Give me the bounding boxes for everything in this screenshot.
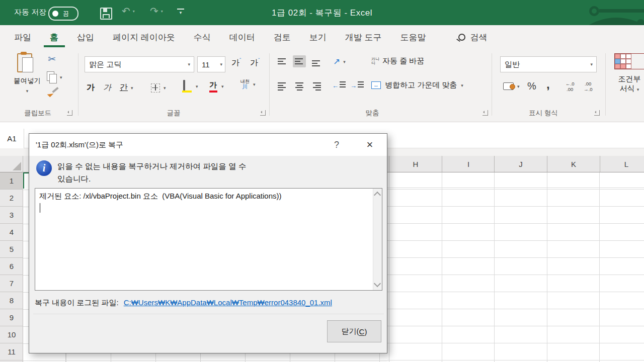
accounting-format-button[interactable]: ▾ (503, 82, 520, 90)
phonetic-icon: 내천 川 (240, 79, 250, 89)
orientation-caret-icon: ▾ (343, 59, 346, 64)
clipboard-group-label: 클립보드 (10, 109, 65, 118)
shrink-font-icon: 가 (250, 58, 258, 67)
conditional-formatting-label-2: 서식 ▾ (614, 84, 644, 94)
bottom-align-button[interactable] (312, 58, 321, 66)
font-dialog-launcher[interactable] (260, 110, 266, 116)
column-header-h[interactable]: H (389, 156, 442, 172)
dialog-help-button[interactable]: ? (326, 134, 348, 156)
close-button[interactable]: 닫기(C) (327, 320, 381, 342)
increase-indent-icon: → (350, 82, 357, 89)
tab-formulas[interactable]: 수식 (194, 25, 211, 49)
underline-button[interactable]: 간 ▾ (120, 82, 133, 93)
number-format-combo[interactable]: 일반 ▾ (500, 56, 597, 72)
increase-indent-button[interactable]: → (350, 81, 364, 89)
font-color-button[interactable]: 가 ▾ (209, 80, 224, 93)
align-right-button[interactable] (312, 82, 321, 90)
conditional-formatting-button[interactable]: 조건부 서식 ▾ (614, 53, 644, 94)
tab-review[interactable]: 검토 (274, 25, 291, 49)
italic-button[interactable]: 가 (103, 82, 111, 93)
removed-items-listbox[interactable]: 제거된 요소: /xl/vbaProject.bin 요소 (VBA(Visua… (35, 188, 382, 291)
phonetic-button[interactable]: 내천 川 ▾ (240, 79, 256, 89)
tab-data[interactable]: 데이터 (229, 25, 255, 49)
orientation-button[interactable]: ↗ ▾ (333, 56, 346, 67)
clipboard-dialog-launcher[interactable] (67, 110, 72, 116)
number-format-value: 일반 (501, 60, 590, 69)
merge-center-button[interactable]: ↔ 병합하고 가운데 맞춤 ▾ (371, 80, 463, 90)
increase-font-size-button[interactable]: 가ˆ (231, 58, 241, 68)
scroll-up-icon[interactable] (374, 192, 381, 199)
row-header-3[interactable]: 3 (0, 207, 23, 224)
column-header-k[interactable]: K (547, 156, 600, 172)
font-name-combo[interactable]: 맑은 고딕 ▾ (85, 56, 194, 72)
name-box[interactable]: A1 (0, 129, 24, 148)
dialog-close-icon[interactable]: × (359, 134, 381, 156)
tab-help[interactable]: 도움말 (400, 25, 426, 49)
tab-file[interactable]: 파일 (14, 25, 31, 49)
log-file-link[interactable]: C:₩Users₩K₩AppData₩Local₩Temp₩error04384… (124, 298, 332, 308)
row-header-4[interactable]: 4 (0, 224, 23, 241)
tab-developer[interactable]: 개발 도구 (345, 25, 382, 49)
fill-color-button[interactable]: ▾ (182, 80, 198, 93)
scroll-down-icon[interactable] (374, 280, 381, 287)
tab-home[interactable]: 홈 (50, 25, 58, 49)
percent-style-button[interactable]: % (527, 80, 536, 92)
tab-page-layout[interactable]: 페이지 레이아웃 (113, 25, 175, 49)
bold-button[interactable]: 가 (87, 82, 95, 93)
row-header-5[interactable]: 5 (0, 241, 23, 258)
format-painter-button[interactable] (48, 87, 60, 99)
paste-button[interactable]: 붙여넣기 ▾ (11, 53, 43, 94)
top-align-button[interactable] (278, 58, 287, 66)
row-header-7[interactable]: 7 (0, 275, 23, 292)
row-header-11[interactable]: 11 (0, 343, 23, 360)
decoration-line (599, 9, 644, 13)
phonetic-caret-icon: ▾ (253, 82, 256, 87)
wrap-text-button[interactable]: 가나 다 자동 줄 바꿈 (371, 56, 424, 66)
column-header-j[interactable]: J (494, 156, 547, 172)
font-size-combo[interactable]: 11 ▾ (197, 56, 225, 72)
decoration-ring-icon (589, 6, 599, 16)
cut-button[interactable]: ✂ (48, 54, 56, 64)
font-color-caret-icon: ▾ (221, 84, 224, 89)
copy-button[interactable]: ▾ (47, 71, 62, 83)
tab-insert[interactable]: 삽입 (77, 25, 94, 49)
listbox-scrollbar[interactable] (373, 189, 382, 290)
decrease-indent-button[interactable]: ← (332, 81, 346, 89)
search-box[interactable]: 검색 (458, 32, 487, 43)
ribbon-tabs: 파일 홈 삽입 페이지 레이아웃 수식 데이터 검토 보기 개발 도구 도움말 … (0, 25, 644, 49)
alignment-dialog-launcher[interactable] (482, 110, 488, 116)
number-dialog-launcher[interactable] (594, 110, 600, 116)
column-header-l[interactable]: L (600, 156, 644, 172)
select-all-button[interactable] (0, 156, 23, 172)
number-format-caret-icon: ▾ (590, 62, 593, 67)
fill-color-icon (182, 80, 192, 93)
row-header-8[interactable]: 8 (0, 292, 23, 309)
middle-align-button[interactable] (293, 55, 306, 67)
row-header-6[interactable]: 6 (0, 258, 23, 275)
row-header-10[interactable]: 10 (0, 326, 23, 343)
search-label: 검색 (470, 32, 487, 43)
borders-button[interactable]: ▾ (151, 83, 166, 93)
cells-area-sliver[interactable] (23, 190, 29, 362)
close-button-accesskey: C (359, 327, 365, 336)
tab-view[interactable]: 보기 (309, 25, 327, 49)
merge-center-label: 병합하고 가운데 맞춤 (385, 80, 457, 90)
decrease-font-size-button[interactable]: 가ˇ (250, 58, 260, 68)
paste-label: 붙여넣기 (11, 76, 43, 85)
align-center-button[interactable] (295, 82, 304, 90)
selected-cell-a1[interactable] (23, 172, 29, 189)
align-left-button[interactable] (278, 82, 287, 90)
info-icon: i (36, 160, 52, 176)
copy-caret-icon: ▾ (60, 75, 62, 80)
row-header-1[interactable]: 1 (0, 172, 23, 190)
increase-decimal-button[interactable]: ←.0 .00 (566, 81, 574, 93)
comma-style-button[interactable]: , (546, 77, 550, 92)
column-header-i[interactable]: I (442, 156, 495, 172)
dialog-title: '1급 02회.xlsm'(으)로 복구 (36, 140, 123, 150)
cells-area[interactable] (387, 172, 644, 362)
group-divider (269, 53, 270, 116)
decrease-decimal-button[interactable]: .00 →.0 (584, 81, 592, 93)
row-header-9[interactable]: 9 (0, 309, 23, 326)
borders-icon (151, 83, 160, 93)
row-header-2[interactable]: 2 (0, 190, 23, 207)
